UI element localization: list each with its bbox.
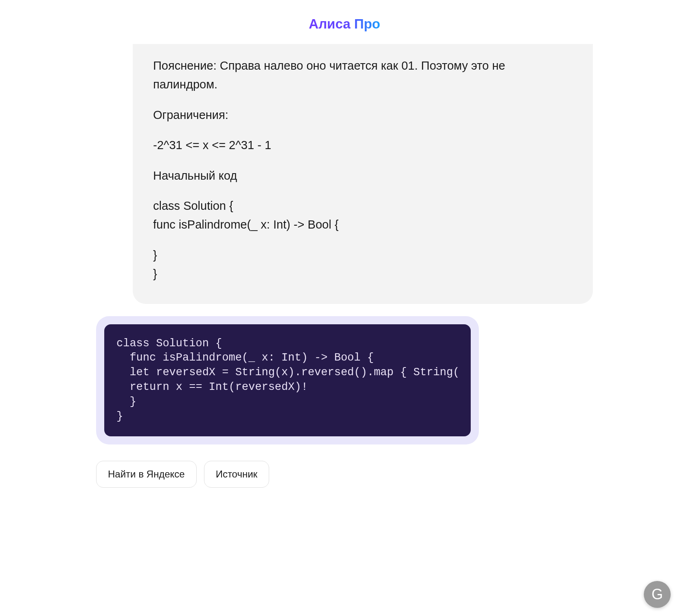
user-message-bubble: Пояснение: Справа налево оно читается ка… [133,44,593,304]
content: Пояснение: Справа налево оно читается ка… [55,44,634,488]
badge-letter: G [652,587,663,602]
user-text-line: Ограничения: [153,106,573,124]
user-text-line: -2^31 <= x <= 2^31 - 1 [153,136,573,154]
app-title: Алиса Про [309,16,380,32]
source-button[interactable]: Источник [204,461,269,488]
app-title-part2: Про [354,16,380,31]
user-text-line: Начальный код [153,166,573,185]
search-yandex-button[interactable]: Найти в Яндексе [96,461,197,488]
assistant-message-bubble: class Solution { func isPalindrome(_ x: … [96,316,479,444]
app-title-part1: Алиса [309,16,354,31]
grammarly-badge-icon[interactable]: G [644,581,671,608]
code-block: class Solution { func isPalindrome(_ x: … [104,324,471,436]
user-text-line: class Solution {func isPalindrome(_ x: I… [153,196,573,234]
user-text-line: Пояснение: Справа налево оно читается ка… [153,56,573,94]
code-content: class Solution { func isPalindrome(_ x: … [116,337,459,424]
user-text-line: }} [153,246,573,284]
action-row: Найти в Яндексе Источник [96,461,593,488]
header: Алиса Про [0,0,689,44]
